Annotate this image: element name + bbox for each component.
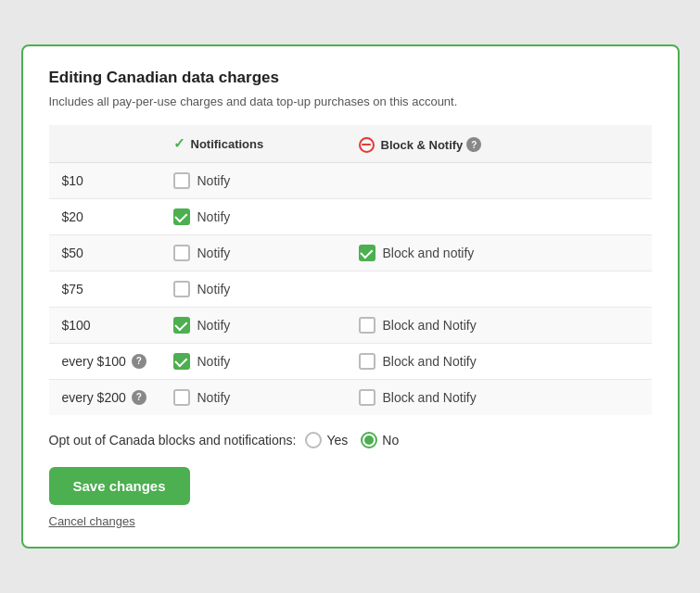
notify-cell-row-10: Notify <box>160 162 346 198</box>
block-cell-row-50: Block and notify <box>346 234 652 271</box>
amount-cell-row-every200: every $200? <box>49 379 160 415</box>
cancel-button[interactable]: Cancel changes <box>49 514 135 528</box>
opt-out-radio-group: Yes No <box>305 432 399 448</box>
block-header-label: Block & Notify <box>381 138 464 152</box>
opt-out-no-option[interactable]: No <box>361 432 399 448</box>
charges-table: ✓ Notifications Block & Notify ? $10Noti… <box>49 125 652 415</box>
amount-cell-row-every100: every $100? <box>49 343 160 379</box>
block-checkbox-row-every100[interactable] <box>359 353 375 370</box>
amount-cell-row-10: $10 <box>49 162 160 198</box>
notify-label-row-every200: Notify <box>197 390 231 405</box>
notify-cell-row-every200: Notify <box>160 379 346 415</box>
notify-checkbox-row-100[interactable] <box>173 317 190 334</box>
block-cell-row-every100: Block and Notify <box>346 343 652 379</box>
notify-header-icon-wrap: ✓ Notifications <box>173 135 264 152</box>
block-cell-row-10 <box>346 162 652 198</box>
notify-checkbox-row-75[interactable] <box>173 281 190 297</box>
opt-out-yes-radio[interactable] <box>305 432 322 448</box>
amount-label-row-75: $75 <box>62 282 83 296</box>
table-row: every $200?NotifyBlock and Notify <box>49 379 652 415</box>
notify-checkbox-row-every100[interactable] <box>173 353 190 370</box>
notify-checkbox-row-50[interactable] <box>173 245 190 261</box>
notify-label-row-100: Notify <box>197 318 231 333</box>
amount-cell-row-75: $75 <box>49 271 160 307</box>
amount-label-row-10: $10 <box>62 173 83 188</box>
amount-cell-row-100: $100 <box>49 307 160 343</box>
notify-cell-row-100: Notify <box>160 307 346 343</box>
block-header-icon-wrap: Block & Notify ? <box>359 137 482 153</box>
save-button[interactable]: Save changes <box>49 467 190 505</box>
table-row: $50NotifyBlock and notify <box>49 234 652 271</box>
editing-card: Editing Canadian data charges Includes a… <box>21 44 680 549</box>
notify-cell-row-50: Notify <box>160 234 346 271</box>
block-checkbox-row-100[interactable] <box>359 317 375 334</box>
block-label-row-every100: Block and Notify <box>383 354 477 369</box>
block-cell-row-every200: Block and Notify <box>346 379 652 415</box>
notify-label-row-10: Notify <box>197 173 231 188</box>
notify-checkbox-row-10[interactable] <box>173 172 190 189</box>
amount-label-row-50: $50 <box>62 246 83 260</box>
amount-label-row-every100: every $100 <box>62 354 126 369</box>
card-subtitle: Includes all pay-per-use charges and dat… <box>49 95 652 108</box>
notify-checkbox-row-every200[interactable] <box>173 389 190 406</box>
table-row: $10Notify <box>49 162 652 198</box>
opt-out-no-radio[interactable] <box>361 432 377 448</box>
col-amount-header <box>49 125 160 162</box>
block-header-question-icon[interactable]: ? <box>466 137 481 152</box>
table-row: $20Notify <box>49 198 652 234</box>
table-row: every $100?NotifyBlock and Notify <box>49 343 652 379</box>
notify-checkbox-row-20[interactable] <box>173 208 190 225</box>
opt-out-yes-option[interactable]: Yes <box>305 432 348 448</box>
notify-label-row-50: Notify <box>197 246 231 260</box>
notify-label-row-every100: Notify <box>197 354 231 369</box>
amount-label-row-20: $20 <box>62 209 83 224</box>
block-label-row-100: Block and Notify <box>383 318 477 333</box>
col-block-header: Block & Notify ? <box>346 125 652 162</box>
notify-label-row-75: Notify <box>197 282 231 296</box>
block-label-row-every200: Block and Notify <box>383 390 477 405</box>
block-cell-row-100: Block and Notify <box>346 307 652 343</box>
notify-cell-row-75: Notify <box>160 271 346 307</box>
table-row: $100NotifyBlock and Notify <box>49 307 652 343</box>
block-cell-row-20 <box>346 198 652 234</box>
col-notify-header: ✓ Notifications <box>160 125 346 162</box>
table-row: $75Notify <box>49 271 652 307</box>
amount-cell-row-50: $50 <box>49 234 160 271</box>
opt-out-label: Opt out of Canada blocks and notificatio… <box>49 433 297 448</box>
opt-out-section: Opt out of Canada blocks and notificatio… <box>49 432 652 448</box>
block-checkbox-row-50[interactable] <box>359 245 375 261</box>
block-checkbox-row-every200[interactable] <box>359 389 375 406</box>
amount-cell-row-20: $20 <box>49 198 160 234</box>
question-icon-row-every200[interactable]: ? <box>132 390 146 405</box>
notify-label-row-20: Notify <box>197 209 231 224</box>
question-icon-row-every100[interactable]: ? <box>132 354 146 369</box>
block-icon <box>359 137 375 153</box>
notify-cell-row-every100: Notify <box>160 343 346 379</box>
notify-header-label: Notifications <box>191 137 264 151</box>
notify-cell-row-20: Notify <box>160 198 346 234</box>
block-cell-row-75 <box>346 271 652 307</box>
amount-label-row-100: $100 <box>62 318 91 333</box>
amount-label-row-every200: every $200 <box>62 390 126 405</box>
card-title: Editing Canadian data charges <box>49 69 652 87</box>
opt-out-no-label: No <box>382 433 399 448</box>
block-label-row-50: Block and notify <box>383 246 475 260</box>
check-icon: ✓ <box>173 135 185 152</box>
opt-out-yes-label: Yes <box>326 433 348 448</box>
